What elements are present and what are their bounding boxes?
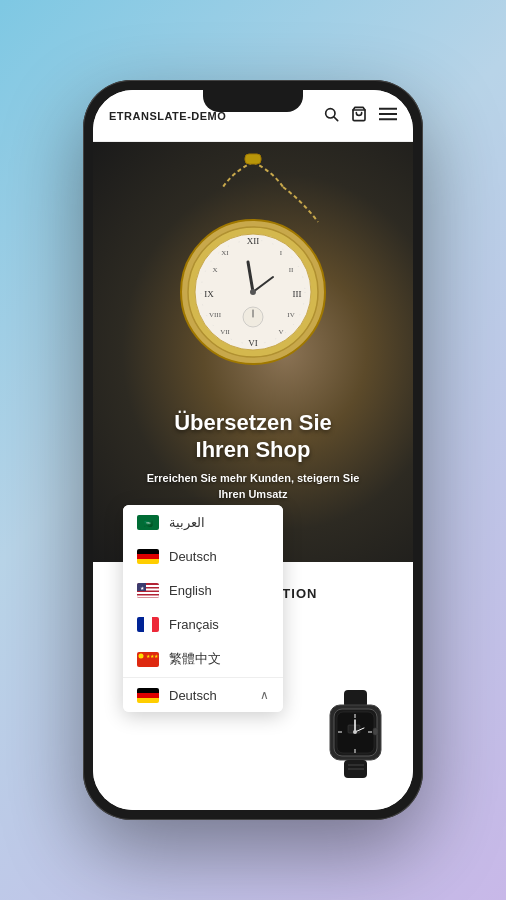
- svg-text:★★★★: ★★★★: [146, 653, 159, 659]
- svg-text:VIII: VIII: [209, 311, 222, 319]
- svg-text:V: V: [278, 328, 283, 336]
- svg-rect-53: [137, 592, 159, 594]
- search-icon[interactable]: [323, 106, 339, 126]
- lang-label-chinese: 繁體中文: [169, 650, 221, 668]
- flag-current: [137, 687, 159, 703]
- svg-point-61: [139, 653, 144, 658]
- lang-item-english[interactable]: ★ English: [123, 573, 283, 607]
- svg-text:IX: IX: [204, 289, 214, 299]
- svg-rect-48: [137, 554, 159, 559]
- wristwatch-image: [318, 690, 393, 780]
- lang-item-deutsch[interactable]: Deutsch: [123, 539, 283, 573]
- svg-rect-63: [137, 688, 159, 693]
- menu-icon[interactable]: [379, 106, 397, 126]
- svg-text:XI: XI: [221, 249, 229, 257]
- hero-subtitle: Erreichen Sie mehr Kunden, steigern SieI…: [117, 471, 389, 502]
- lang-item-chinese[interactable]: ★★★★ 繁體中文: [123, 641, 283, 677]
- svg-rect-59: [152, 617, 159, 632]
- svg-text:VI: VI: [248, 338, 258, 348]
- svg-rect-65: [137, 698, 159, 703]
- svg-text:IV: IV: [287, 311, 294, 319]
- hero-section: XII III VI IX I II IV V XI X VIII VII: [93, 142, 413, 562]
- flag-english: ★: [137, 582, 159, 598]
- svg-rect-64: [137, 693, 159, 698]
- site-logo: ETRANSLATE-DEMO: [109, 110, 226, 122]
- current-language-item[interactable]: Deutsch ∧: [123, 677, 283, 712]
- svg-line-1: [334, 117, 338, 121]
- svg-text:🇸🇦: 🇸🇦: [144, 519, 153, 528]
- hero-background: XII III VI IX I II IV V XI X VIII VII: [93, 142, 413, 562]
- flag-chinese: ★★★★: [137, 651, 159, 667]
- current-lang-label: Deutsch: [169, 688, 217, 703]
- pocket-watch-image: XII III VI IX I II IV V XI X VIII VII: [163, 152, 343, 392]
- lang-label-arabic: العربية: [169, 515, 205, 530]
- chevron-up-icon: ∧: [260, 688, 269, 702]
- svg-text:II: II: [289, 266, 294, 274]
- phone-notch: [203, 90, 303, 112]
- hero-title: Übersetzen SieIhren Shop: [117, 410, 389, 463]
- flag-deutsch: [137, 548, 159, 564]
- svg-rect-47: [137, 549, 159, 554]
- cart-icon[interactable]: [351, 106, 367, 126]
- hero-text-block: Übersetzen SieIhren Shop Erreichen Sie m…: [93, 410, 413, 502]
- svg-text:XII: XII: [247, 236, 260, 246]
- nav-icons: [323, 106, 397, 126]
- svg-rect-57: [137, 617, 144, 632]
- phone-screen: ETRANSLATE-DEMO: [93, 90, 413, 810]
- flag-french: [137, 616, 159, 632]
- lang-label-deutsch: Deutsch: [169, 549, 217, 564]
- svg-rect-7: [245, 154, 261, 164]
- lang-item-french[interactable]: Français: [123, 607, 283, 641]
- svg-text:VII: VII: [220, 328, 230, 336]
- svg-text:III: III: [293, 289, 302, 299]
- language-dropdown: 🇸🇦 العربية Deutsch: [123, 505, 283, 712]
- lang-label-french: Français: [169, 617, 219, 632]
- svg-rect-41: [373, 728, 378, 735]
- svg-point-40: [353, 730, 357, 734]
- svg-text:X: X: [212, 266, 217, 274]
- phone-frame: ETRANSLATE-DEMO: [83, 80, 423, 820]
- svg-point-26: [250, 289, 256, 295]
- svg-rect-54: [137, 595, 159, 597]
- lang-label-english: English: [169, 583, 212, 598]
- svg-rect-58: [144, 617, 152, 632]
- lang-item-arabic[interactable]: 🇸🇦 العربية: [123, 505, 283, 539]
- svg-rect-49: [137, 559, 159, 564]
- flag-arabic: 🇸🇦: [137, 514, 159, 530]
